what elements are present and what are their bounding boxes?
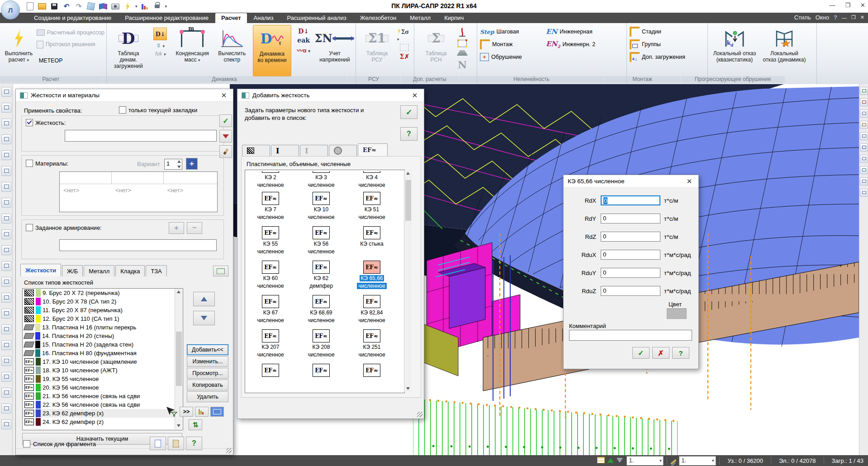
materials-checkbox[interactable]: Материалы:: [26, 160, 68, 167]
list-item[interactable]: EF≈24. КЭ 62 демпфер (z): [23, 418, 183, 426]
fe-cell[interactable]: EF≈КЭ 207численное: [245, 329, 296, 364]
left-toolbar-icon[interactable]: [1, 134, 11, 144]
lock-icon[interactable]: [153, 2, 162, 11]
mass-condensation-button[interactable]: m Конденсация масс ▾: [173, 25, 211, 76]
fe-cell[interactable]: EF≈КЭ 62демпфер: [296, 261, 346, 295]
comment-input[interactable]: [569, 330, 692, 341]
right-toolbar-icon[interactable]: [860, 109, 868, 118]
fe-cell[interactable]: EF≈КЭ 56численное: [296, 226, 346, 261]
left-toolbar-icon[interactable]: [1, 277, 11, 287]
new-file-icon[interactable]: [25, 2, 34, 11]
compute-spectrum-button[interactable]: Вычислить спектр: [213, 25, 251, 76]
lightning-icon[interactable]: [123, 2, 132, 11]
right-toolbar-icon[interactable]: [860, 98, 868, 106]
run-calculation-button[interactable]: Выполнить расчет ▾: [3, 25, 35, 76]
loadcase-combo-2[interactable]: 1.▾: [679, 456, 716, 466]
step-method-button[interactable]: Step Шаговая: [480, 27, 538, 37]
only-current-tab-checkbox[interactable]: только текущей закладки: [119, 106, 197, 114]
reinforcement-checkbox[interactable]: Заданное армирование:: [26, 224, 102, 231]
right-toolbar-icon[interactable]: [860, 177, 868, 185]
reinforcement-add-button[interactable]: +: [169, 222, 184, 234]
list-item[interactable]: EF≈17. КЭ 10 численное (защемление: [23, 357, 183, 366]
stages-button[interactable]: Стадии: [630, 27, 661, 37]
open-file-icon[interactable]: [38, 2, 47, 11]
ok-button[interactable]: ✓: [632, 347, 650, 359]
list-item[interactable]: EF≈18. КЭ 10 численное (АЖТ): [23, 366, 183, 375]
left-toolbar-icon[interactable]: [1, 245, 11, 255]
fe-cell[interactable]: КЭ 4численное: [346, 171, 397, 188]
maximize-button[interactable]: ❐: [845, 2, 850, 9]
close-icon[interactable]: ✕: [410, 91, 420, 100]
list-item[interactable]: EF≈22. КЭ 56 численное (связь на сдви: [23, 400, 183, 409]
stiffness-dialog-titlebar[interactable]: Жесткости и материалы ✕: [16, 89, 233, 102]
left-toolbar-icon[interactable]: [1, 293, 11, 303]
right-toolbar-icon[interactable]: [860, 87, 868, 95]
redo-icon[interactable]: ↷: [74, 2, 83, 11]
refresh-button[interactable]: ⇅: [189, 419, 202, 430]
right-toolbar-icon[interactable]: [860, 132, 868, 140]
list-view-button[interactable]: [213, 266, 228, 276]
mass-compress-icon[interactable]: ⇳ ▾: [156, 42, 165, 49]
ke-dialog-titlebar[interactable]: КЭ 65,66 численное ✕: [564, 175, 698, 188]
list-item[interactable]: 13. Пластина Н 16 (плиты перекрь: [23, 323, 183, 332]
paste-doc-button[interactable]: [168, 437, 184, 450]
tab-calculation[interactable]: Расчет: [215, 13, 247, 23]
scroll-down-icon[interactable]: [177, 424, 180, 427]
right-toolbar-icon[interactable]: [860, 121, 868, 129]
tab-advanced-analysis[interactable]: Расширенный анализ: [280, 13, 353, 23]
confirm-button[interactable]: ✓: [400, 105, 417, 119]
model-cube-icon[interactable]: [86, 2, 95, 11]
resize-grip[interactable]: [226, 448, 232, 453]
tab-masonry[interactable]: Кладка: [115, 265, 145, 276]
d-down-icon[interactable]: D↓: [298, 28, 309, 35]
resize-grip[interactable]: [417, 412, 422, 417]
fe-cell[interactable]: EF≈КЭ 7численное: [245, 192, 296, 226]
impulse-icon[interactable]: [458, 28, 466, 38]
list-item[interactable]: 11. Брус 20 X 87 (перемычка): [23, 306, 183, 314]
help-menu-icon[interactable]: ?: [834, 14, 837, 21]
right-toolbar-icon[interactable]: [860, 155, 868, 163]
rsu-delete-icon[interactable]: Σ✗: [400, 53, 410, 60]
minimize-button[interactable]: —: [829, 2, 835, 9]
left-toolbar-icon[interactable]: [1, 166, 11, 176]
tab-brick[interactable]: Кирпич: [437, 13, 470, 23]
solution-protocol-button[interactable]: Протокол решения: [37, 39, 104, 49]
left-toolbar-icon[interactable]: [1, 198, 11, 208]
window-menu[interactable]: Окно: [816, 14, 829, 21]
time-history-button[interactable]: D t Динамика во времени: [253, 25, 292, 76]
ribbon-close-icon[interactable]: ✕: [860, 14, 864, 20]
list-item[interactable]: EF≈21. КЭ 56 численное (связь на сдви: [23, 392, 183, 400]
add-stiffness-titlebar[interactable]: Добавить жесткость ✕: [237, 89, 424, 102]
en2-engineering-button[interactable]: EN2 Инженерн. 2: [546, 39, 595, 49]
fe-cell[interactable]: EF≈КЭ 55численное: [245, 226, 296, 261]
left-toolbar-icon[interactable]: [1, 419, 11, 429]
grid-scrollbar[interactable]: [404, 170, 412, 392]
tab-metal[interactable]: Металл: [84, 265, 114, 276]
tab-steel-sections[interactable]: I: [271, 145, 299, 156]
fe-type-grid[interactable]: КЭ 2численное КЭ 3численное КЭ 4численно…: [245, 170, 405, 393]
left-toolbar-icon[interactable]: [1, 261, 11, 271]
left-toolbar-icon[interactable]: [1, 150, 11, 160]
stiffness-type-list[interactable]: 9. Брус 20 X 72 (перемычка) 10. Брус 20 …: [22, 288, 183, 430]
spin-up-icon[interactable]: [177, 160, 181, 163]
left-toolbar-icon[interactable]: [1, 103, 11, 113]
left-toolbar-icon[interactable]: [1, 182, 11, 192]
right-toolbar-icon[interactable]: [860, 166, 868, 174]
list-item[interactable]: EF≈20. КЭ 56 численное: [23, 383, 183, 392]
filter-button[interactable]: [219, 130, 232, 143]
left-toolbar-icon[interactable]: [1, 388, 11, 398]
meteor-button[interactable]: МЕТЕОР: [37, 56, 104, 66]
left-toolbar-icon[interactable]: [1, 214, 11, 223]
edit-button[interactable]: Изменить...: [187, 356, 228, 367]
fe-cell[interactable]: EF≈КЭ 251численное: [346, 329, 397, 364]
undo-icon[interactable]: ↶: [62, 2, 71, 11]
delete-button[interactable]: Удалить: [187, 391, 228, 402]
close-button[interactable]: ✕: [860, 2, 865, 9]
local-failure-quasi-button[interactable]: k d Локальный отказ (квазистатика): [711, 25, 759, 76]
list-item[interactable]: 14. Пластина Н 20 (стены): [23, 332, 183, 340]
down-filter-icon[interactable]: [617, 457, 623, 464]
stress-account-button[interactable]: ΣN Учет напряжений: [316, 25, 354, 76]
list-item-selected[interactable]: EF≈23. КЭ 62 демпфер (x): [23, 409, 183, 418]
tab-tza[interactable]: ТЗА: [146, 265, 166, 276]
calc-processor-button[interactable]: Расчетный процессор: [37, 28, 104, 38]
